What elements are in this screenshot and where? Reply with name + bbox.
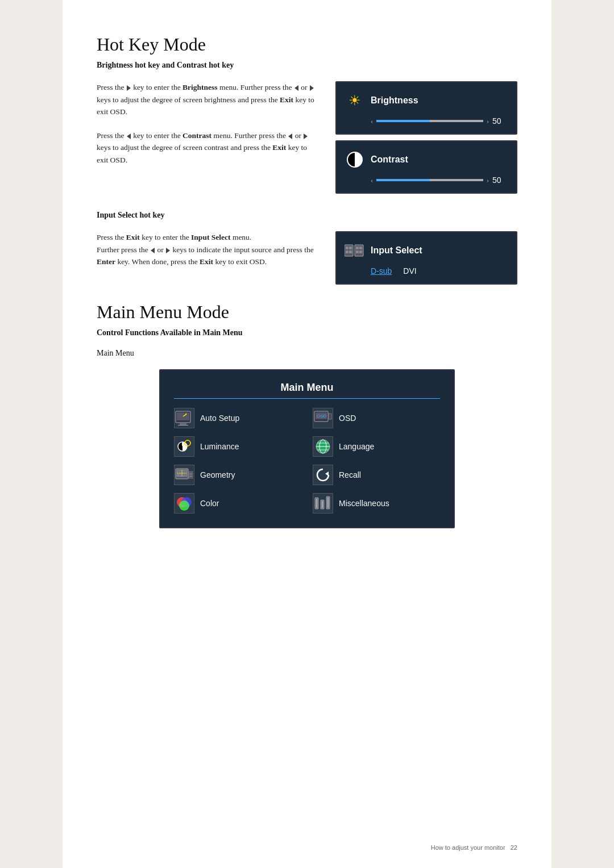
contrast-value: 50 xyxy=(492,176,506,185)
contrast-icon xyxy=(345,149,365,170)
menu-item-language: Language xyxy=(313,436,440,457)
page-footer: How to adjust your monitor 22 xyxy=(431,844,517,851)
brightness-contrast-osd: ☀ Brightness ‹ › 50 xyxy=(335,81,517,194)
menu-item-osd: OSD OSD xyxy=(313,408,440,428)
svg-rect-7 xyxy=(359,247,362,249)
osd-svg: OSD xyxy=(314,410,332,426)
section1-title: Hot Key Mode xyxy=(97,34,517,55)
input-select-section: Input Select hot key xyxy=(97,211,517,220)
section2-subtitle: Control Functions Available in Main Menu xyxy=(97,328,517,337)
right-arrow-icon4 xyxy=(166,248,170,253)
geometry-icon xyxy=(174,465,194,485)
menu-item-geometry: Geometry xyxy=(174,465,301,485)
svg-marker-39 xyxy=(325,471,329,476)
contrast-slider-track xyxy=(376,179,483,181)
brightness-value: 50 xyxy=(492,116,506,126)
input-options: D-sub DVI xyxy=(345,266,506,276)
color-svg xyxy=(175,495,193,511)
menu-label-language: Language xyxy=(339,442,374,451)
language-svg xyxy=(314,439,332,454)
input-select-row: Press the Exit key to enter the Input Se… xyxy=(97,231,517,285)
svg-rect-19 xyxy=(329,414,331,419)
left-arrow-icon3 xyxy=(288,133,292,139)
contrast-slider-fill xyxy=(376,179,430,181)
svg-rect-48 xyxy=(327,498,329,508)
input-paragraph: Press the Exit key to enter the Input Se… xyxy=(97,231,318,268)
geometry-svg xyxy=(175,467,193,483)
language-icon xyxy=(313,436,333,457)
input-select-title: Input Select hot key xyxy=(97,211,517,220)
contrast-slider-row: ‹ › 50 xyxy=(345,176,506,185)
svg-rect-1 xyxy=(346,247,349,249)
menu-label-luminance: Luminance xyxy=(200,442,239,451)
section2-title: Main Menu Mode xyxy=(97,302,517,323)
luminance-svg xyxy=(175,439,193,454)
brightness-osd-box: ☀ Brightness ‹ › 50 xyxy=(335,81,517,135)
left-arrow-icon4 xyxy=(151,248,155,253)
menu-label-geometry: Geometry xyxy=(200,470,235,479)
contrast-osd-box: Contrast ‹ › 50 xyxy=(335,140,517,194)
brightness-slider-fill xyxy=(376,120,430,122)
contrast-paragraph: Press the key to enter the Contrast menu… xyxy=(97,130,318,166)
left-arrow-icon2 xyxy=(127,133,131,139)
main-menu-grid: Auto Setup OSD OSD xyxy=(174,408,440,514)
menu-item-auto-setup: Auto Setup xyxy=(174,408,301,428)
menu-item-misc: Miscellaneous xyxy=(313,493,440,514)
section1-subtitle: Brightness hot key and Contrast hot key xyxy=(97,61,517,70)
exit-keyword: Exit xyxy=(280,95,293,104)
contrast-keyword: Contrast xyxy=(182,131,211,140)
brightness-slider-track xyxy=(376,120,483,122)
recall-icon xyxy=(313,465,333,485)
input-connector-icon xyxy=(345,243,365,258)
menu-item-color: Color xyxy=(174,493,301,514)
input-select-keyword: Input Select xyxy=(191,233,230,241)
svg-text:OSD: OSD xyxy=(317,414,327,419)
brightness-keyword: Brightness xyxy=(182,83,218,91)
right-arrow-icon xyxy=(127,85,131,91)
input-option-dsub: D-sub xyxy=(371,266,392,276)
main-menu-osd: Main Menu Auto Setup xyxy=(159,369,455,528)
osd-left-arrow: ‹ xyxy=(371,116,373,126)
svg-rect-6 xyxy=(356,247,359,249)
input-select-osd-header: Input Select xyxy=(345,240,506,261)
sun-icon: ☀ xyxy=(349,93,361,108)
contrast-osd-label: Contrast xyxy=(371,155,408,165)
osd-right-arrow: › xyxy=(487,116,489,126)
input-option-dvi: DVI xyxy=(403,266,416,276)
svg-rect-13 xyxy=(178,425,188,425)
input-select-osd: Input Select D-sub DVI xyxy=(335,231,517,285)
svg-rect-8 xyxy=(356,251,359,253)
brightness-paragraph: Press the key to enter the Brightness me… xyxy=(97,81,318,118)
input-select-osd-label: Input Select xyxy=(371,245,422,256)
luminance-icon xyxy=(174,436,194,457)
osd-left-arrow2: ‹ xyxy=(371,176,373,185)
exit-keyword4: Exit xyxy=(200,257,213,266)
exit-keyword2: Exit xyxy=(272,143,286,152)
menu-label-color: Color xyxy=(200,499,219,508)
contrast-osd-header: Contrast xyxy=(345,149,506,170)
brightness-contrast-row: Press the key to enter the Brightness me… xyxy=(97,81,517,194)
osd-right-arrow2: › xyxy=(487,176,489,185)
svg-rect-44 xyxy=(316,499,317,508)
brightness-osd-label: Brightness xyxy=(371,95,418,106)
svg-point-42 xyxy=(179,500,189,511)
menu-label-auto-setup: Auto Setup xyxy=(200,414,239,423)
svg-rect-9 xyxy=(359,251,362,253)
color-icon xyxy=(174,493,194,514)
footer-page-number: 22 xyxy=(511,844,517,851)
menu-item-recall: Recall xyxy=(313,465,440,485)
svg-rect-12 xyxy=(180,423,186,425)
auto-setup-icon xyxy=(174,408,194,428)
menu-label-recall: Recall xyxy=(339,470,361,479)
menu-label-osd: OSD xyxy=(339,414,356,423)
right-arrow-icon3 xyxy=(304,133,308,139)
menu-label-misc: Miscellaneous xyxy=(339,499,389,508)
right-arrow-icon2 xyxy=(310,85,314,91)
svg-rect-3 xyxy=(346,251,349,253)
recall-svg xyxy=(314,467,332,483)
brightness-icon: ☀ xyxy=(345,90,365,111)
input-select-text: Press the Exit key to enter the Input Se… xyxy=(97,231,318,285)
enter-keyword: Enter xyxy=(97,257,115,266)
menu-item-luminance: Luminance xyxy=(174,436,301,457)
brightness-osd-header: ☀ Brightness xyxy=(345,90,506,111)
